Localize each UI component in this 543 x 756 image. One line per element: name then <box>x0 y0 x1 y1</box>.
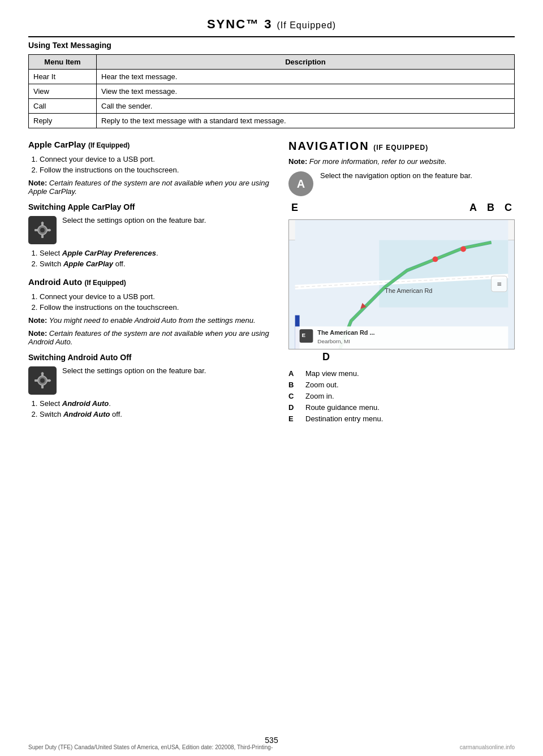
messaging-table: Menu Item Description Hear It Hear the t… <box>28 54 515 128</box>
row-item: Reply <box>29 114 97 128</box>
apple-carplay-name: Apple CarPlay <box>28 140 86 149</box>
android-icon-text: Select the settings option on the featur… <box>62 366 272 375</box>
navigation-note: Note: For more information, refer to our… <box>288 157 515 166</box>
legend-item: B Zoom out. <box>288 381 515 389</box>
legend-desc-a: Map view menu. <box>305 369 359 378</box>
svg-point-11 <box>40 378 45 383</box>
legend-desc-b: Zoom out. <box>305 381 339 389</box>
legend-letter-d: D <box>288 403 297 412</box>
svg-rect-13 <box>41 385 44 388</box>
row-item: Call <box>29 99 97 114</box>
map-abc-labels: A B C <box>469 202 512 214</box>
legend-letter-c: C <box>288 392 297 400</box>
svg-rect-5 <box>35 229 38 231</box>
list-item: Connect your device to a USB port. <box>40 292 272 301</box>
right-column: NAVIGATION (IF EQUIPPED) Note: For more … <box>288 140 515 426</box>
svg-rect-4 <box>41 235 44 238</box>
apple-carplay-steps: Connect your device to a USB port. Follo… <box>40 155 272 174</box>
android-auto-equipped: (If Equipped) <box>84 279 126 287</box>
map-image: 12:30 The A <box>288 219 515 349</box>
nav-if-equipped: (IF EQUIPPED) <box>373 144 428 152</box>
col-description: Description <box>97 55 515 70</box>
row-desc: Reply to the text message with a standar… <box>97 114 515 128</box>
title-main: SYNC™ 3 <box>207 17 272 31</box>
map-roads-svg: The American Rd E The American Rd ... <box>289 220 514 349</box>
row-desc: View the text message. <box>97 84 515 99</box>
apple-carplay-title: Apple CarPlay (If Equipped) <box>28 140 272 149</box>
footer-info: Super Duty (TFE) Canada/United States of… <box>28 744 273 750</box>
list-item: Follow the instructions on the touchscre… <box>40 166 272 174</box>
legend-letter-a: A <box>288 369 297 378</box>
apple-carplay-note: Note: Certain features of the system are… <box>28 179 272 196</box>
svg-text:The American Rd ...: The American Rd ... <box>317 329 374 336</box>
settings-gear-icon <box>28 216 57 244</box>
nav-icon-row: A Select the navigation option on the fe… <box>288 171 515 196</box>
table-section: Using Text Messaging Menu Item Descripti… <box>28 41 515 128</box>
title-subtitle: (If Equipped) <box>277 20 337 30</box>
list-item: Switch Apple CarPlay off. <box>40 260 272 268</box>
table-row: View View the text message. <box>29 84 515 99</box>
page: SYNC™ 3 (If Equipped) Using Text Messagi… <box>0 0 543 756</box>
svg-point-2 <box>40 228 45 232</box>
svg-point-26 <box>433 256 438 262</box>
map-label-D: D <box>322 351 330 363</box>
switching-android-off-title: Switching Android Auto Off <box>28 353 272 362</box>
svg-rect-21 <box>379 240 508 308</box>
switching-carplay-off-title: Switching Apple CarPlay Off <box>28 202 272 211</box>
android-switching-steps: Select Android Auto. Switch Android Auto… <box>40 399 272 418</box>
android-auto-note2: Note: Certain features of the system are… <box>28 329 272 346</box>
table-row: Hear It Hear the text message. <box>29 70 515 84</box>
nav-icon-text: Select the navigation option on the feat… <box>320 171 515 180</box>
map-top-labels: E A B C <box>288 202 515 214</box>
legend-item: C Zoom in. <box>288 392 515 400</box>
android-auto-note1: Note: You might need to enable Android A… <box>28 316 272 325</box>
carplay-settings-icon-row: Select the settings option on the featur… <box>28 216 272 244</box>
android-settings-icon-row: Select the settings option on the featur… <box>28 366 272 395</box>
android-auto-title: Android Auto (If Equipped) <box>28 277 272 287</box>
carplay-icon-text: Select the settings option on the featur… <box>62 216 272 224</box>
list-item: Select Apple CarPlay Preferences. <box>40 249 272 257</box>
nav-title-text: NAVIGATION <box>288 140 369 152</box>
table-title: Using Text Messaging <box>28 41 515 50</box>
legend-desc-d: Route guidance menu. <box>305 403 380 412</box>
legend-letter-e: E <box>288 414 297 423</box>
legend-desc-c: Zoom in. <box>305 392 334 400</box>
table-row: Reply Reply to the text message with a s… <box>29 114 515 128</box>
map-label-A: A <box>469 202 477 214</box>
svg-text:E: E <box>302 332 306 338</box>
row-desc: Hear the text message. <box>97 70 515 84</box>
col-menu-item: Menu Item <box>29 55 97 70</box>
legend-item: E Destination entry menu. <box>288 414 515 423</box>
row-item: View <box>29 84 97 99</box>
list-item: Follow the instructions on the touchscre… <box>40 303 272 312</box>
svg-point-27 <box>460 247 466 252</box>
page-footer: 535 <box>0 736 543 745</box>
map-label-E: E <box>291 202 298 214</box>
page-title: SYNC™ 3 (If Equipped) <box>28 17 515 32</box>
svg-text:The American Rd: The American Rd <box>385 287 432 294</box>
legend-letter-b: B <box>288 381 297 389</box>
legend-desc-e: Destination entry menu. <box>305 414 383 423</box>
list-item: Switch Android Auto off. <box>40 410 272 418</box>
content-area: Apple CarPlay (If Equipped) Connect your… <box>28 140 515 426</box>
apple-carplay-equipped: (If Equipped) <box>88 141 130 149</box>
left-column: Apple CarPlay (If Equipped) Connect your… <box>28 140 272 426</box>
map-container: 12:30 The A <box>288 219 515 349</box>
row-desc: Call the sender. <box>97 99 515 114</box>
svg-text:Dearborn, MI: Dearborn, MI <box>317 338 350 344</box>
list-item: Connect your device to a USB port. <box>40 155 272 163</box>
carplay-switching-steps: Select Apple CarPlay Preferences. Switch… <box>40 249 272 268</box>
page-header: SYNC™ 3 (If Equipped) <box>28 17 515 37</box>
table-row: Call Call the sender. <box>29 99 515 114</box>
legend-item: D Route guidance menu. <box>288 403 515 412</box>
map-label-B: B <box>487 202 494 214</box>
row-item: Hear It <box>29 70 97 84</box>
svg-text:≡: ≡ <box>497 279 501 288</box>
navigation-circle-icon: A <box>288 171 313 196</box>
settings-gear-icon-2 <box>28 366 57 395</box>
android-auto-name: Android Auto <box>28 277 82 287</box>
svg-text:A: A <box>297 178 305 190</box>
android-auto-steps: Connect your device to a USB port. Follo… <box>40 292 272 312</box>
map-label-C: C <box>505 202 512 214</box>
list-item: Select Android Auto. <box>40 399 272 408</box>
